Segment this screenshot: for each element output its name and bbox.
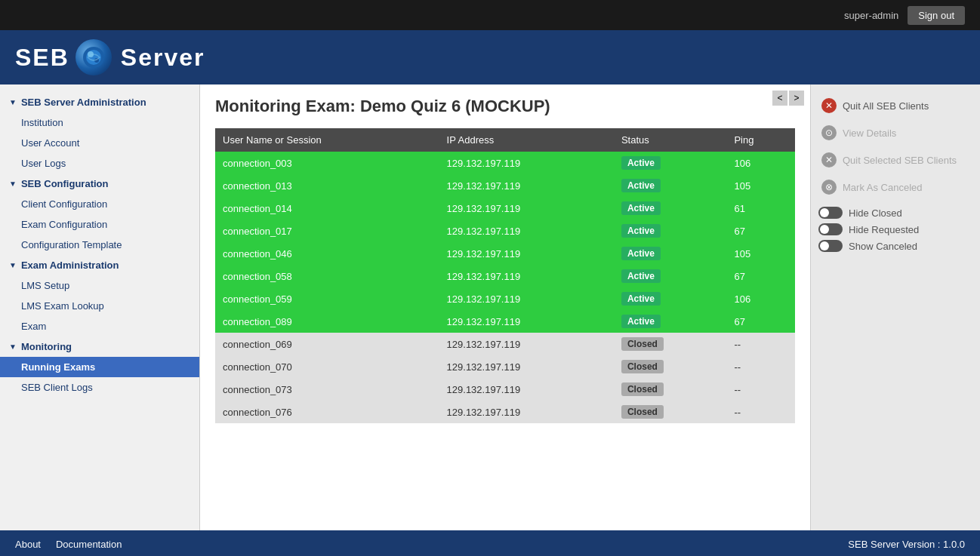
sign-out-button[interactable]: Sign out bbox=[908, 6, 965, 25]
sidebar-item-exam[interactable]: Exam bbox=[0, 316, 199, 336]
page-title: Monitoring Exam: Demo Quiz 6 (MOCKUP) bbox=[215, 97, 795, 116]
cell-session: connection_059 bbox=[215, 287, 439, 310]
table-row[interactable]: connection_059 129.132.197.119 Active 10… bbox=[215, 287, 795, 310]
cell-ip: 129.132.197.119 bbox=[439, 310, 614, 333]
cell-ip: 129.132.197.119 bbox=[439, 197, 614, 220]
table-row[interactable]: connection_069 129.132.197.119 Closed -- bbox=[215, 333, 795, 355]
table-row[interactable]: connection_014 129.132.197.119 Active 61 bbox=[215, 197, 795, 220]
right-panel: ✕ Quit All SEB Clients ⊙ View Details ✕ … bbox=[810, 84, 980, 530]
cell-ping: 106 bbox=[726, 152, 795, 174]
cell-status: Active bbox=[614, 174, 727, 197]
cell-status: Closed bbox=[614, 378, 727, 401]
main-layout: ▼ SEB Server Administration Institution … bbox=[0, 84, 980, 530]
cell-ping: 105 bbox=[726, 174, 795, 197]
hide-requested-toggle[interactable] bbox=[818, 223, 843, 235]
col-header-session: User Name or Session bbox=[215, 128, 439, 152]
cell-session: connection_017 bbox=[215, 220, 439, 242]
table-row[interactable]: connection_017 129.132.197.119 Active 67 bbox=[215, 220, 795, 242]
cell-status: Active bbox=[614, 310, 727, 333]
sidebar-section-monitoring[interactable]: ▼ Monitoring bbox=[0, 336, 199, 357]
show-canceled-label: Show Canceled bbox=[849, 241, 917, 252]
logo-icon bbox=[76, 39, 112, 75]
quit-all-button[interactable]: ✕ Quit All SEB Clients bbox=[818, 94, 972, 118]
nav-next-button[interactable]: > bbox=[789, 91, 804, 106]
mark-canceled-button[interactable]: ⊗ Mark As Canceled bbox=[818, 175, 972, 199]
cell-session: connection_069 bbox=[215, 333, 439, 355]
show-canceled-row: Show Canceled bbox=[818, 240, 972, 252]
mark-canceled-label: Mark As Canceled bbox=[843, 182, 923, 193]
sidebar-item-lms-exam-lookup[interactable]: LMS Exam Lookup bbox=[0, 296, 199, 316]
sidebar-item-institution[interactable]: Institution bbox=[0, 112, 199, 133]
table-row[interactable]: connection_089 129.132.197.119 Active 67 bbox=[215, 310, 795, 333]
cell-session: connection_089 bbox=[215, 310, 439, 333]
footer: About Documentation SEB Server Version :… bbox=[0, 530, 980, 556]
nav-arrows: < > bbox=[772, 91, 804, 106]
cell-ip: 129.132.197.119 bbox=[439, 220, 614, 242]
about-link[interactable]: About bbox=[15, 539, 41, 550]
cell-ping: -- bbox=[726, 378, 795, 401]
sidebar-section-exam-admin-label: Exam Administration bbox=[21, 260, 119, 271]
table-row[interactable]: connection_046 129.132.197.119 Active 10… bbox=[215, 242, 795, 265]
cell-ip: 129.132.197.119 bbox=[439, 333, 614, 355]
cell-ping: 67 bbox=[726, 220, 795, 242]
logo-seb-text: SEB bbox=[15, 44, 69, 72]
quit-all-icon: ✕ bbox=[821, 98, 837, 113]
view-details-button[interactable]: ⊙ View Details bbox=[818, 121, 972, 145]
sidebar-section-seb-config[interactable]: ▼ SEB Configuration bbox=[0, 174, 199, 194]
sidebar-section-exam-admin[interactable]: ▼ Exam Administration bbox=[0, 255, 199, 275]
arrow-monitoring: ▼ bbox=[9, 343, 17, 351]
hide-closed-label: Hide Closed bbox=[849, 207, 902, 219]
sidebar-item-user-account[interactable]: User Account bbox=[0, 133, 199, 153]
sidebar-section-admin[interactable]: ▼ SEB Server Administration bbox=[0, 92, 199, 112]
cell-session: connection_046 bbox=[215, 242, 439, 265]
hide-closed-toggle[interactable] bbox=[818, 207, 843, 219]
cell-ip: 129.132.197.119 bbox=[439, 265, 614, 287]
username-label: super-admin bbox=[844, 10, 898, 21]
table-row[interactable]: connection_058 129.132.197.119 Active 67 bbox=[215, 265, 795, 287]
arrow-seb-config: ▼ bbox=[9, 180, 17, 188]
quit-all-label: Quit All SEB Clients bbox=[843, 100, 929, 112]
sidebar-item-seb-client-logs[interactable]: SEB Client Logs bbox=[0, 377, 199, 398]
cell-status: Active bbox=[614, 265, 727, 287]
footer-links: About Documentation bbox=[15, 539, 122, 550]
col-header-ip: IP Address bbox=[439, 128, 614, 152]
hide-requested-label: Hide Requested bbox=[849, 224, 919, 235]
table-header-row: User Name or Session IP Address Status P… bbox=[215, 128, 795, 152]
cell-status: Closed bbox=[614, 333, 727, 355]
cell-ping: -- bbox=[726, 355, 795, 378]
version-label: SEB Server Version : 1.0.0 bbox=[848, 539, 965, 550]
documentation-link[interactable]: Documentation bbox=[56, 539, 122, 550]
table-row[interactable]: connection_003 129.132.197.119 Active 10… bbox=[215, 152, 795, 174]
view-details-icon: ⊙ bbox=[821, 125, 837, 140]
sidebar-item-user-logs[interactable]: User Logs bbox=[0, 153, 199, 174]
sidebar: ▼ SEB Server Administration Institution … bbox=[0, 84, 200, 530]
table-row[interactable]: connection_070 129.132.197.119 Closed -- bbox=[215, 355, 795, 378]
sidebar-section-admin-label: SEB Server Administration bbox=[21, 97, 146, 108]
table-row[interactable]: connection_073 129.132.197.119 Closed -- bbox=[215, 378, 795, 401]
logo-server-text: Server bbox=[121, 44, 205, 72]
header: SEB Server bbox=[0, 30, 980, 84]
top-bar: super-admin Sign out bbox=[0, 0, 980, 30]
table-row[interactable]: connection_013 129.132.197.119 Active 10… bbox=[215, 174, 795, 197]
arrow-exam-admin: ▼ bbox=[9, 261, 17, 269]
cell-session: connection_076 bbox=[215, 401, 439, 423]
cell-session: connection_058 bbox=[215, 265, 439, 287]
sidebar-item-config-template[interactable]: Configuration Template bbox=[0, 235, 199, 255]
sidebar-item-lms-setup[interactable]: LMS Setup bbox=[0, 275, 199, 296]
quit-selected-button[interactable]: ✕ Quit Selected SEB Clients bbox=[818, 148, 972, 172]
cell-session: connection_073 bbox=[215, 378, 439, 401]
cell-status: Closed bbox=[614, 355, 727, 378]
cell-ping: 105 bbox=[726, 242, 795, 265]
cell-status: Active bbox=[614, 197, 727, 220]
show-canceled-toggle[interactable] bbox=[818, 240, 843, 252]
nav-prev-button[interactable]: < bbox=[772, 91, 787, 106]
cell-session: connection_070 bbox=[215, 355, 439, 378]
sidebar-item-client-config[interactable]: Client Configuration bbox=[0, 194, 199, 214]
cell-status: Active bbox=[614, 242, 727, 265]
table-row[interactable]: connection_076 129.132.197.119 Closed -- bbox=[215, 401, 795, 423]
sidebar-item-exam-config[interactable]: Exam Configuration bbox=[0, 214, 199, 235]
connections-table: User Name or Session IP Address Status P… bbox=[215, 128, 795, 423]
cell-ip: 129.132.197.119 bbox=[439, 401, 614, 423]
sidebar-item-running-exams[interactable]: Running Exams bbox=[0, 357, 199, 377]
cell-ip: 129.132.197.119 bbox=[439, 242, 614, 265]
